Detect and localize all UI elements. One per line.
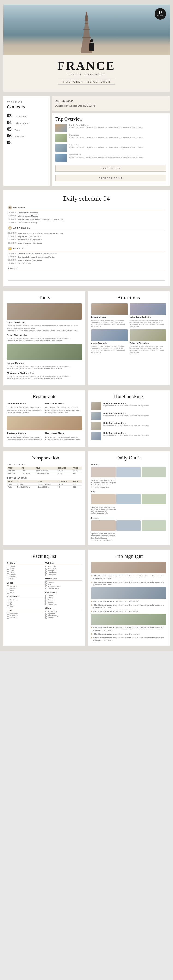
checkbox-e5[interactable] (46, 603, 47, 605)
checkbox-c3[interactable] (7, 570, 9, 572)
checkbox-c4[interactable] (7, 572, 9, 574)
tour-detail-4: Price: $20 per person Location: Centre L… (7, 377, 82, 380)
packing-item-a4: Scarf (7, 605, 44, 607)
packing-cat-other: Other Travel pillow Eye mask Reusable ba… (46, 607, 82, 619)
checkbox-a2[interactable] (7, 601, 9, 603)
checkbox-o3[interactable] (46, 615, 47, 617)
checkbox-a3[interactable] (7, 603, 9, 605)
checkbox-s4[interactable] (7, 592, 9, 593)
outfit-tip-d4: Shoes: White sneakers (91, 513, 166, 515)
checkbox-a1[interactable] (7, 599, 9, 601)
checkbox-t1[interactable] (46, 566, 47, 568)
trip-desc-1: Explore the artistic neighbourhood and v… (69, 126, 166, 129)
checkbox-s3[interactable] (7, 590, 9, 592)
checkbox-doc4[interactable] (46, 587, 47, 589)
packing-item-a1: Sunglasses (7, 599, 44, 601)
afternoon-row-3: 04:30 PM Take the train to Saint-Coeur (8, 239, 165, 241)
tour-name-1: Eiffel Tower Tour (7, 321, 82, 324)
outfit-item-m3 (141, 467, 166, 477)
checkbox-e2[interactable] (46, 597, 47, 599)
checkbox-h1[interactable] (7, 613, 9, 614)
highlight-item-7: Offer: Explore museum and get best first… (91, 633, 166, 635)
checkbox-doc1[interactable] (46, 581, 47, 583)
checkbox-doc3[interactable] (46, 585, 47, 587)
trip-thumb-loire (56, 144, 67, 152)
morning-label-text: MORNING (13, 207, 27, 209)
toc-item-3: 05 Tours (7, 127, 46, 132)
packing-cat-electronics-title: Electronics (46, 591, 82, 594)
highlight-text-8: Offer: Explore museum and get best first… (94, 636, 166, 641)
tour-item-1: Eiffel Tower Tour Lorem ipsum dolor sit … (7, 321, 82, 331)
checkbox-c7[interactable] (7, 578, 9, 580)
packing-item-o3: Reusable bag (46, 615, 82, 617)
checkbox-t2[interactable] (46, 568, 47, 570)
checkbox-s2[interactable] (7, 587, 9, 589)
attr-item-3: Arc de Triomphe Lorem ipsum dolor sit am… (91, 329, 128, 353)
format-line3: MS Word (84, 104, 95, 107)
transport-to-4: Mont Saint-Michel (16, 486, 37, 488)
checkbox-h2[interactable] (7, 615, 9, 617)
packing-item-h3: Sunscreen (7, 617, 44, 619)
outfit-item-m2 (116, 467, 141, 477)
highlight-item-2: Offer: Explore museum and get best first… (91, 581, 166, 586)
checkbox-e3[interactable] (46, 599, 47, 601)
evening-time-2: 09:00 PM (8, 256, 16, 258)
hotel-detail-1: Days to include at this hotel Booked at … (103, 404, 166, 407)
transport-price-2: $15 (72, 473, 82, 475)
outfit-item-e1 (91, 520, 116, 531)
bullet-dot-5 (91, 611, 92, 612)
svg-rect-2 (82, 37, 91, 38)
checkbox-h3[interactable] (7, 617, 9, 619)
morning-activity-1: Breakfast at a local café (18, 212, 38, 214)
tour-desc-3: Lorem ipsum dolor sit amet consectetur. … (7, 365, 82, 368)
packing-item-a2: Hat (7, 601, 44, 603)
packing-cat-documents: Documents Passport Visa Travel insurance… (46, 578, 82, 589)
checkbox-e1[interactable] (46, 595, 47, 597)
afternoon-time-4: 06:00 PM (8, 242, 16, 244)
checkbox-c1 (7, 566, 9, 568)
trip-overview-heading: Trip Overview (56, 116, 166, 122)
easy-edit-button[interactable]: EASY TO EDIT (56, 165, 166, 172)
tour-item-3: Louvre Museum Lorem ipsum dolor sit amet… (7, 362, 82, 370)
ready-print-button[interactable]: READY TO PRINT (56, 175, 166, 181)
packing-item-doc1: Passport (46, 581, 82, 583)
checkbox-e4[interactable] (46, 601, 47, 603)
tour-desc-2: Lorem ipsum dolor sit amet consectetur. … (7, 337, 82, 340)
packing-item-c2: Jeans (7, 568, 44, 570)
checkbox-s1[interactable] (7, 585, 9, 587)
afternoon-activity-2: Explore the Louvre Museum (18, 235, 41, 238)
checkbox-c5[interactable] (7, 574, 9, 576)
morning-activity-3: Explore Montmartre and visit the Basilic… (18, 218, 64, 221)
attr-thumb-3 (91, 329, 128, 341)
transport-duration-4: 4h (58, 486, 72, 488)
transport-time-3: Train at 09:00 AM (37, 483, 58, 486)
attr-desc-2: Lorem ipsum dolor sit amet consectetur. … (130, 319, 166, 327)
checkbox-o1[interactable] (46, 611, 47, 612)
outfit-item-m1 (91, 467, 116, 477)
checkbox-o4[interactable] (46, 617, 47, 619)
highlight-text-6: Offer: Explore museum and get best first… (94, 626, 166, 632)
afternoon-time-1: 01:30 PM (8, 232, 16, 234)
checkbox-c2[interactable] (7, 568, 9, 570)
transport-col-to-2: TO (16, 480, 37, 483)
checkbox-t5[interactable] (46, 574, 47, 576)
checkbox-o2[interactable] (46, 613, 47, 614)
daily-outfit-section: Daily Outfit Morning Tip: White cotton s… (88, 451, 170, 545)
rest-name-3: Restaurant Name (7, 432, 44, 435)
packing-item-t4: Conditioner (46, 572, 82, 574)
toc-title-lg: Contents (7, 103, 46, 110)
trip-thumb-paris (56, 124, 67, 132)
cover-page: 12 PAGES FRANCE TRAVEL ITINERARY 5 OCTOB… (3, 5, 170, 92)
packing-item-e4: Laptop (46, 601, 82, 603)
checkbox-t3[interactable] (46, 570, 47, 572)
buttons-overlay: EASY TO EDIT READY TO PRINT (56, 164, 166, 182)
evening-activity-2: Evening stroll through the Jardin des Pl… (18, 256, 55, 258)
checkbox-c6[interactable] (7, 576, 9, 578)
checkbox-a4[interactable] (7, 605, 9, 607)
checkbox-t4[interactable] (46, 572, 47, 574)
checkbox-doc2[interactable] (46, 583, 47, 585)
hotel-thumb-1 (91, 402, 102, 410)
evening-period: 🌙 EVENING 07:30 PM Dinner in the Marais … (8, 247, 165, 265)
trip-overview-section: Trip Overview Day 1 - Paris Highlights E… (52, 113, 170, 186)
transportation-section: Transportation GETTING THERE FROM TO TIM… (3, 451, 85, 545)
